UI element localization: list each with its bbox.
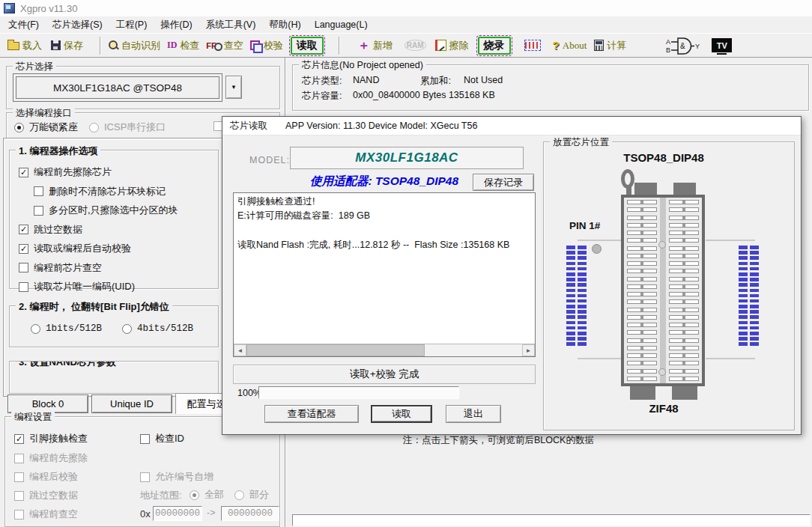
socket-pin-slot — [627, 369, 657, 374]
menu-project[interactable]: 工程(P) — [109, 16, 154, 34]
checkbox-row[interactable]: 删除时不清除芯片坏块标记 — [34, 185, 218, 198]
checkbox[interactable] — [140, 434, 150, 444]
checkbox-pin-contact[interactable]: ✓ 引脚接触检查 — [14, 432, 88, 445]
radio-universal-socket[interactable]: 万能锁紧座 — [14, 121, 78, 134]
scroll-right-button[interactable]: ► — [522, 344, 535, 356]
checkbox[interactable]: ✓ — [19, 168, 28, 177]
scroll-left-button[interactable]: ◄ — [234, 344, 246, 356]
checkbox-row[interactable]: 读取芯片唯一编码(UID) — [19, 280, 218, 293]
read-button[interactable]: 读取 — [371, 405, 432, 423]
hex-prefix-label: 0x — [140, 508, 151, 520]
programmer-options-list: ✓编程前先擦除芯片删除时不清除芯片坏块标记多分区时,只擦除选中分区的块✓跳过空数… — [10, 150, 218, 293]
svg-text:B: B — [666, 46, 670, 54]
chip-select-dropdown-button[interactable]: ▼ — [225, 76, 242, 99]
calculator-button[interactable]: 计算 — [594, 39, 626, 52]
adapter-pin — [566, 337, 587, 341]
socket-pin-slot — [669, 277, 699, 281]
check-id-button[interactable]: ID 检查 — [167, 39, 199, 52]
menu-language[interactable]: Language(L) — [308, 17, 375, 32]
socket-pin-slot — [669, 308, 699, 312]
erase-button[interactable]: 擦除 — [436, 39, 469, 52]
verify-button[interactable]: 校验 — [250, 39, 283, 52]
radio-icon[interactable] — [31, 324, 40, 334]
save-button[interactable]: 保存 — [51, 39, 83, 52]
checkbox-erase-first: 编程前先擦除 — [14, 451, 88, 465]
checkbox[interactable] — [34, 206, 43, 216]
socket-pin-slot — [669, 377, 699, 381]
blank-check-label: 查空 — [224, 39, 243, 52]
radio-1bits[interactable]: 1bits/512B — [31, 323, 102, 334]
adapter-pin — [739, 342, 760, 346]
zif48-label: ZIF48 — [574, 402, 754, 415]
checkbox-row[interactable]: 多分区时,只擦除选中分区的块 — [34, 204, 218, 217]
title-bar[interactable]: Xgpro v11.30 — [0, 0, 812, 16]
save-record-button[interactable]: 保存记录 — [473, 174, 534, 191]
blank-check-button[interactable]: FF 查空 — [206, 39, 243, 52]
checkbox[interactable] — [34, 186, 43, 196]
socket-pin-slot — [627, 346, 657, 350]
radio-label: 全部 — [204, 488, 224, 502]
program-settings-title: 编程设置 — [11, 411, 55, 424]
floppy-icon — [51, 40, 61, 50]
socket-tab — [630, 386, 655, 400]
exit-button[interactable]: 退出 — [446, 405, 501, 423]
menu-chip-select[interactable]: 芯片选择(S) — [46, 16, 109, 34]
menu-help[interactable]: 帮助(H) — [262, 16, 307, 34]
socket-pin-slot — [627, 284, 657, 289]
ic-test-button[interactable] — [524, 40, 541, 51]
about-button[interactable]: ? About — [553, 39, 587, 52]
socket-group-title: 放置芯片位置 — [550, 136, 612, 149]
read-button-toolbar[interactable]: 读取 — [291, 37, 324, 55]
add-button[interactable]: ＋ 新增 — [358, 39, 393, 52]
dialog-title-bar[interactable]: 芯片读取 APP Version: 11.30 Device Model: XG… — [222, 117, 801, 135]
menu-file[interactable]: 文件(F) — [1, 16, 46, 34]
logic-gate-button[interactable]: A B & Y — [665, 37, 701, 55]
tab-unique-id[interactable]: Unique ID — [91, 395, 172, 413]
radio-icon[interactable] — [14, 123, 24, 132]
window-title: Xgpro v11.30 — [20, 3, 77, 14]
checkbox-label: 编程后校验 — [29, 470, 78, 484]
checkbox-check-id[interactable]: 检查ID — [140, 432, 184, 445]
horizontal-scrollbar[interactable]: ◄ ► — [234, 344, 535, 356]
burn-button[interactable]: 烧录 — [478, 37, 511, 55]
radio-4bits[interactable]: 4bits/512B — [122, 323, 193, 334]
menu-operate[interactable]: 操作(D) — [154, 16, 199, 34]
address-from-field[interactable]: 00000000 — [153, 506, 202, 521]
checkbox-row[interactable]: ✓跳过空数据 — [19, 223, 218, 237]
checkbox[interactable]: ✓ — [14, 434, 24, 444]
load-button[interactable]: 载入 — [7, 39, 42, 52]
checkbox[interactable] — [19, 263, 28, 272]
checkbox-blank-before: 编程前查空 — [14, 508, 78, 521]
tv-icon-button[interactable]: TV — [712, 38, 732, 52]
checkbox-row[interactable]: ✓编程前先擦除芯片 — [19, 165, 218, 179]
magnifier-icon — [109, 40, 118, 50]
check-label: 检查 — [180, 39, 199, 52]
checkbox[interactable]: ✓ — [19, 244, 28, 254]
menu-system-tools[interactable]: 系统工具(V) — [199, 16, 263, 34]
scrollbar-thumb[interactable] — [246, 344, 425, 356]
socket-pin-slot — [627, 315, 657, 320]
chip-capacity-value: 0x00_08400000 Bytes 135168 KB — [353, 90, 495, 100]
question-mark-icon: ? — [553, 39, 560, 52]
adapter-pin — [739, 299, 760, 303]
chip-info-title: 芯片信息(No Project opened) — [299, 59, 426, 72]
erase-label: 擦除 — [449, 39, 469, 52]
auto-detect-button[interactable]: 自动识别 — [109, 39, 160, 52]
view-adapter-button[interactable]: 查看适配器 — [264, 405, 359, 423]
adapter-pin — [566, 326, 587, 330]
socket-tab — [634, 183, 657, 195]
socket-pin-slot — [627, 353, 657, 358]
radio-icon[interactable] — [122, 324, 132, 334]
adapter-pin — [566, 332, 587, 335]
open-folder-icon — [7, 42, 19, 50]
checkbox[interactable] — [19, 282, 28, 292]
checkbox-row[interactable]: 编程前芯片查空 — [19, 261, 218, 275]
adapter-pins-left — [566, 246, 587, 346]
chip-select-combo[interactable]: MX30LF1G18AC @TSOP48 — [13, 73, 222, 102]
checkbox-row[interactable]: ✓读取或编程后自动校验 — [19, 242, 218, 255]
address-to-field[interactable]: 00000000 — [221, 506, 279, 521]
checkbox[interactable]: ✓ — [19, 225, 28, 234]
log-box[interactable]: 引脚接触检查通过! E:计算可用的磁盘容量: 189 GB 读取Nand Fla… — [233, 192, 536, 357]
socket-pin-slot — [627, 330, 657, 335]
toolbar-separator — [339, 37, 340, 55]
